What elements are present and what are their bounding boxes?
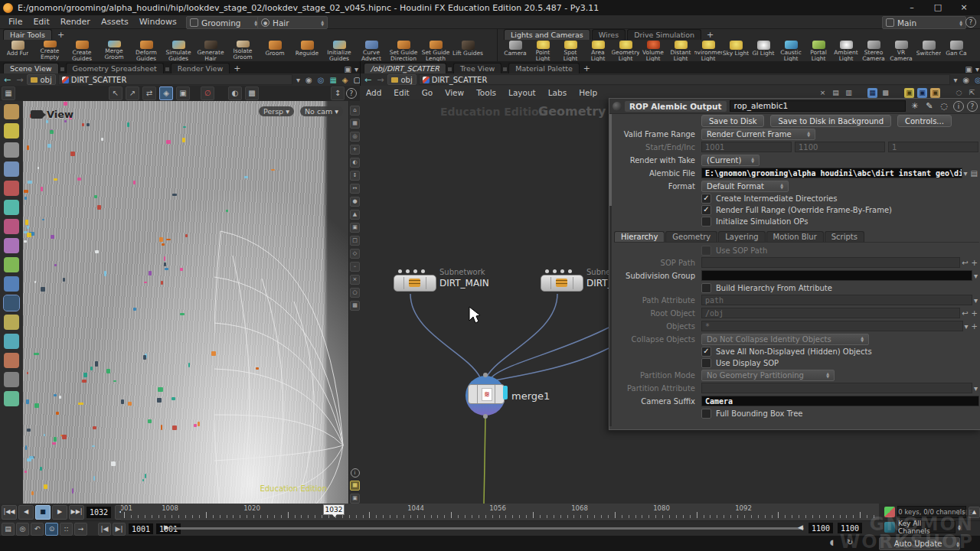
op-jump-icon[interactable]: ↩ bbox=[960, 309, 969, 318]
attr-menu-icon[interactable]: ▾ bbox=[972, 384, 979, 393]
shelf-tool[interactable]: Generate Hair bbox=[194, 40, 227, 61]
info-icon[interactable]: i bbox=[351, 468, 360, 478]
shelf-tool[interactable]: Volume Light bbox=[639, 40, 667, 61]
op-select-icon[interactable]: + bbox=[970, 259, 979, 267]
path-attribute-field[interactable]: path bbox=[701, 295, 972, 305]
attr-menu-icon[interactable]: ▾ bbox=[972, 296, 979, 305]
obj-menu-icon[interactable]: ▾ bbox=[963, 322, 970, 331]
viewport-option-icon[interactable]: + bbox=[350, 145, 360, 155]
viewport-option-icon[interactable]: ● bbox=[350, 197, 360, 207]
shelf-tool[interactable]: Gan Ca bbox=[942, 40, 970, 61]
scene-viewport[interactable]: View Persp▾ No cam▾ Education Edition bbox=[23, 101, 348, 504]
current-frame-flag[interactable]: 1032 bbox=[323, 504, 345, 515]
path-node-field[interactable]: DIRT_SCATTER bbox=[58, 74, 292, 85]
viewport-tool-icon[interactable] bbox=[4, 276, 19, 292]
character-picker-icon[interactable]: ◈ bbox=[341, 76, 350, 84]
display-options-icon[interactable]: ◐ bbox=[228, 86, 242, 100]
info-icon[interactable]: i bbox=[953, 101, 964, 112]
viewport-help-icon[interactable]: ? bbox=[346, 88, 357, 99]
find-icon[interactable]: ◌ bbox=[954, 88, 964, 98]
shelf-tool[interactable]: Stereo Camera bbox=[860, 40, 887, 61]
shelf-tool[interactable]: Isolate Groom Parts bbox=[227, 40, 259, 61]
shelf-tool[interactable]: Spot Light bbox=[557, 40, 584, 61]
keyframe-icon[interactable] bbox=[884, 507, 895, 517]
viewport-option-icon[interactable]: ◎ bbox=[350, 132, 360, 142]
layout-grid-icon[interactable]: ▦ bbox=[2, 86, 15, 100]
tab-render-view[interactable]: Render View bbox=[171, 63, 230, 73]
save-to-disk-background-button[interactable]: Save to Disk in Background bbox=[770, 115, 891, 127]
menu-render[interactable]: Render bbox=[55, 15, 96, 28]
radial-menu-hair[interactable]: ● Hair bbox=[257, 16, 328, 29]
global-start-field[interactable]: 1001 bbox=[129, 523, 153, 534]
viewport-option-icon[interactable]: – bbox=[350, 262, 360, 272]
net-menu-layout[interactable]: Layout bbox=[502, 88, 542, 97]
node-name-input[interactable]: rop_alembic1 bbox=[730, 100, 906, 112]
range-prev-icon[interactable]: |◀ bbox=[98, 523, 111, 536]
follow-playhead-icon[interactable]: → bbox=[74, 523, 87, 536]
shelf-tool[interactable]: VR Camera bbox=[887, 40, 915, 61]
select-box-icon[interactable]: ▣ bbox=[176, 86, 190, 100]
tick-marks-icon[interactable]: :: bbox=[60, 523, 73, 536]
viewport-option-icon[interactable]: ◇ bbox=[350, 249, 360, 259]
checkbox[interactable] bbox=[701, 409, 711, 419]
output-port[interactable] bbox=[483, 414, 488, 419]
checkbox[interactable] bbox=[701, 283, 711, 293]
checkbox[interactable]: ✓ bbox=[701, 347, 711, 357]
pane-maximize-icon[interactable]: ▣ bbox=[343, 65, 353, 73]
sticky-note-icon[interactable]: ▣ bbox=[904, 88, 914, 98]
viewport-tool-icon[interactable] bbox=[4, 123, 19, 139]
camera-suffix-field[interactable]: Camera bbox=[701, 396, 979, 406]
shelf-tool[interactable]: Portal Light bbox=[805, 40, 832, 61]
root-object-field[interactable]: /obj bbox=[701, 308, 960, 318]
maximize-button[interactable]: □ bbox=[925, 0, 951, 15]
range-slider-right-handle[interactable]: ◀ bbox=[798, 523, 803, 531]
net-menu-tools[interactable]: Tools bbox=[470, 88, 502, 97]
message-log-icon[interactable]: ◖ bbox=[828, 538, 835, 546]
nav-forward-icon[interactable]: → bbox=[15, 75, 24, 85]
subdivision-group-field[interactable] bbox=[701, 270, 972, 281]
tab-geometry[interactable]: Geometry bbox=[665, 231, 717, 242]
viewport-option-icon[interactable]: ▣ bbox=[350, 223, 360, 233]
cut-wires-icon[interactable]: × bbox=[818, 88, 828, 98]
viewport-tool-icon[interactable] bbox=[4, 219, 19, 234]
expand-keys-button[interactable]: ▲ bbox=[969, 507, 980, 518]
shelf-tool[interactable]: Caustic Light bbox=[777, 40, 805, 61]
viewport-option-icon[interactable]: ↕ bbox=[350, 171, 360, 181]
shelf-tool[interactable]: Set Guide Direction bbox=[387, 40, 420, 61]
global-anim-icon[interactable]: ◎ bbox=[16, 523, 29, 536]
range-slider-left-handle[interactable]: ▶ bbox=[164, 523, 169, 531]
menu-assets[interactable]: Assets bbox=[96, 15, 134, 28]
shelf-tool[interactable]: Distant Light bbox=[667, 40, 694, 61]
shade-mode-icon[interactable]: ▩ bbox=[245, 86, 259, 100]
net-menu-view[interactable]: View bbox=[439, 88, 470, 97]
key-all-channels-dropdown[interactable]: Key All Channels bbox=[897, 521, 956, 533]
net-menu-add[interactable]: Add bbox=[360, 88, 387, 97]
tab-motion-blur[interactable]: Motion Blur bbox=[766, 231, 824, 242]
loop-mode-icon[interactable]: ↶ bbox=[31, 523, 44, 536]
channel-key-icon[interactable] bbox=[884, 522, 895, 533]
tab-handle[interactable] bbox=[165, 67, 169, 71]
format-dropdown[interactable]: Default Format bbox=[701, 181, 789, 192]
viewport-tool-icon[interactable] bbox=[4, 238, 19, 253]
partition-attribute-field[interactable] bbox=[701, 383, 972, 393]
viewport-tool-icon[interactable] bbox=[4, 391, 19, 406]
start-frame-field[interactable]: 1001 bbox=[701, 142, 792, 152]
viewport-tool-icon[interactable] bbox=[4, 181, 19, 196]
go-end-button[interactable]: ▶▶| bbox=[69, 505, 84, 520]
projection-menu[interactable]: Persp▾ bbox=[259, 106, 294, 116]
add-shelf-tab-button[interactable]: + bbox=[54, 30, 68, 40]
viewport-option-icon[interactable]: × bbox=[350, 275, 360, 285]
color-palette-icon[interactable]: ▦ bbox=[867, 88, 877, 98]
help-icon[interactable]: ? bbox=[967, 101, 978, 112]
pane-maximize-icon[interactable]: ▣ bbox=[964, 65, 974, 73]
shelf-tool[interactable]: Add Fur bbox=[2, 40, 34, 61]
tab-handle[interactable] bbox=[448, 67, 452, 71]
tab-tree-view[interactable]: Tree View bbox=[453, 63, 501, 73]
objects-field[interactable]: * bbox=[701, 321, 963, 331]
add-shelf-tab-button[interactable]: + bbox=[703, 30, 717, 40]
handles-tool-icon[interactable]: ⇄ bbox=[142, 86, 156, 100]
net-menu-go[interactable]: Go bbox=[416, 88, 439, 97]
shelf-tool[interactable]: Deform Guides bbox=[130, 40, 162, 61]
shelf-tool[interactable]: Initialize Guides bbox=[323, 40, 355, 61]
list-view-icon[interactable]: ▥ bbox=[844, 88, 854, 98]
